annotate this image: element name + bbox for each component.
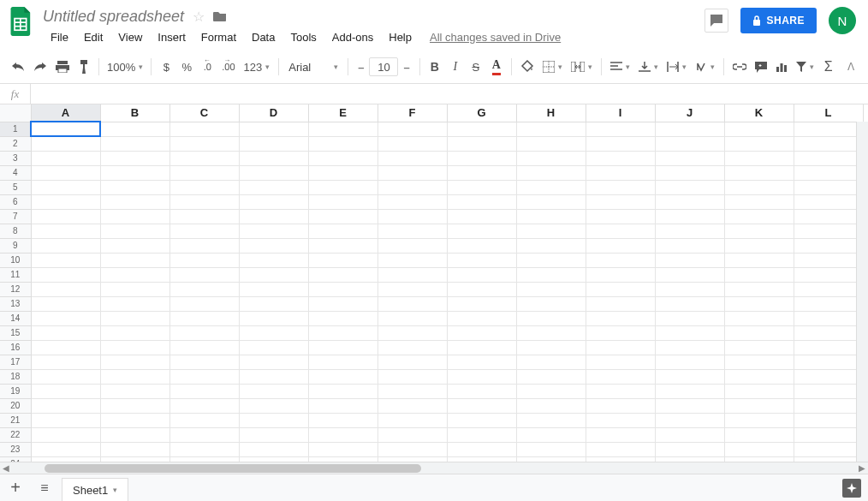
cell-E11[interactable]: [308, 267, 378, 282]
row-header-3[interactable]: 3: [0, 151, 31, 165]
cell-B12[interactable]: [100, 282, 169, 296]
cell-E20[interactable]: [308, 398, 378, 413]
cell-H9[interactable]: [516, 238, 586, 253]
cell-K9[interactable]: [724, 238, 794, 253]
cell-J23[interactable]: [655, 442, 724, 456]
cell-H19[interactable]: [516, 384, 586, 398]
italic-button[interactable]: I: [445, 56, 466, 78]
cell-I16[interactable]: [586, 340, 655, 355]
cell-J16[interactable]: [655, 340, 724, 355]
cell-L14[interactable]: [794, 311, 863, 325]
column-header-G[interactable]: G: [447, 104, 516, 122]
cell-I14[interactable]: [586, 311, 655, 325]
cell-L24[interactable]: [794, 456, 863, 462]
cell-L15[interactable]: [794, 325, 863, 340]
row-header-13[interactable]: 13: [0, 296, 31, 311]
cell-A18[interactable]: [31, 369, 100, 384]
cell-G15[interactable]: [447, 325, 516, 340]
column-header-E[interactable]: E: [308, 104, 378, 122]
cell-D5[interactable]: [239, 180, 308, 194]
cell-C19[interactable]: [169, 384, 239, 398]
cell-G14[interactable]: [447, 311, 516, 325]
cell-B1[interactable]: [100, 122, 169, 136]
cell-A14[interactable]: [31, 311, 100, 325]
row-header-6[interactable]: 6: [0, 194, 31, 209]
cell-E16[interactable]: [308, 340, 378, 355]
column-header-J[interactable]: J: [655, 104, 724, 122]
cell-L8[interactable]: [794, 224, 863, 238]
cell-E9[interactable]: [308, 238, 378, 253]
menu-tools[interactable]: Tools: [282, 28, 324, 46]
cell-C1[interactable]: [169, 122, 239, 136]
cell-G23[interactable]: [447, 442, 516, 456]
row-header-8[interactable]: 8: [0, 224, 31, 238]
cell-G20[interactable]: [447, 398, 516, 413]
cell-C8[interactable]: [169, 224, 239, 238]
text-color-button[interactable]: A: [486, 56, 507, 78]
cell-J18[interactable]: [655, 369, 724, 384]
cell-C5[interactable]: [169, 180, 239, 194]
cell-G12[interactable]: [447, 282, 516, 296]
cell-B11[interactable]: [100, 267, 169, 282]
cell-H14[interactable]: [516, 311, 586, 325]
cell-D3[interactable]: [239, 151, 308, 165]
borders-button[interactable]: [538, 56, 567, 78]
cell-B22[interactable]: [100, 427, 169, 442]
format-percent-button[interactable]: %: [176, 56, 197, 78]
insert-link-button[interactable]: [728, 56, 751, 78]
format-currency-button[interactable]: $: [156, 56, 176, 78]
decrease-decimal-button[interactable]: .0←: [197, 56, 217, 78]
cell-G8[interactable]: [447, 224, 516, 238]
cell-H10[interactable]: [516, 253, 586, 267]
cell-D12[interactable]: [239, 282, 308, 296]
cell-I7[interactable]: [586, 209, 655, 224]
row-header-21[interactable]: 21: [0, 413, 31, 427]
cell-H18[interactable]: [516, 369, 586, 384]
cell-F6[interactable]: [378, 194, 447, 209]
cell-A16[interactable]: [31, 340, 100, 355]
cell-I13[interactable]: [586, 296, 655, 311]
cell-J1[interactable]: [655, 122, 724, 136]
paint-format-button[interactable]: [74, 56, 94, 78]
cell-B19[interactable]: [100, 384, 169, 398]
cell-I24[interactable]: [586, 456, 655, 462]
cell-J7[interactable]: [655, 209, 724, 224]
cell-A13[interactable]: [31, 296, 100, 311]
functions-button[interactable]: Σ: [818, 56, 839, 78]
cell-A19[interactable]: [31, 384, 100, 398]
cell-F7[interactable]: [378, 209, 447, 224]
print-button[interactable]: [51, 56, 74, 78]
menu-format[interactable]: Format: [193, 28, 244, 46]
insert-chart-button[interactable]: [771, 56, 792, 78]
strikethrough-button[interactable]: S: [466, 56, 486, 78]
cell-L1[interactable]: [794, 122, 863, 136]
cell-K2[interactable]: [724, 136, 794, 151]
cell-I17[interactable]: [586, 355, 655, 369]
cell-I6[interactable]: [586, 194, 655, 209]
cell-E1[interactable]: [308, 122, 378, 136]
cell-E18[interactable]: [308, 369, 378, 384]
cell-E8[interactable]: [308, 224, 378, 238]
cell-I8[interactable]: [586, 224, 655, 238]
cell-E13[interactable]: [308, 296, 378, 311]
cell-A8[interactable]: [31, 224, 100, 238]
cell-C18[interactable]: [169, 369, 239, 384]
row-header-11[interactable]: 11: [0, 267, 31, 282]
scroll-left-icon[interactable]: ◀: [0, 463, 12, 473]
save-status[interactable]: All changes saved in Drive: [419, 28, 571, 46]
cell-H3[interactable]: [516, 151, 586, 165]
cell-K8[interactable]: [724, 224, 794, 238]
formula-input[interactable]: [31, 84, 868, 104]
cell-L21[interactable]: [794, 413, 863, 427]
cell-B8[interactable]: [100, 224, 169, 238]
cell-G2[interactable]: [447, 136, 516, 151]
folder-icon[interactable]: [213, 10, 227, 22]
cell-H2[interactable]: [516, 136, 586, 151]
cell-K16[interactable]: [724, 340, 794, 355]
cell-D15[interactable]: [239, 325, 308, 340]
cell-I21[interactable]: [586, 413, 655, 427]
cell-A2[interactable]: [31, 136, 100, 151]
cell-F10[interactable]: [378, 253, 447, 267]
cell-K17[interactable]: [724, 355, 794, 369]
cell-D23[interactable]: [239, 442, 308, 456]
